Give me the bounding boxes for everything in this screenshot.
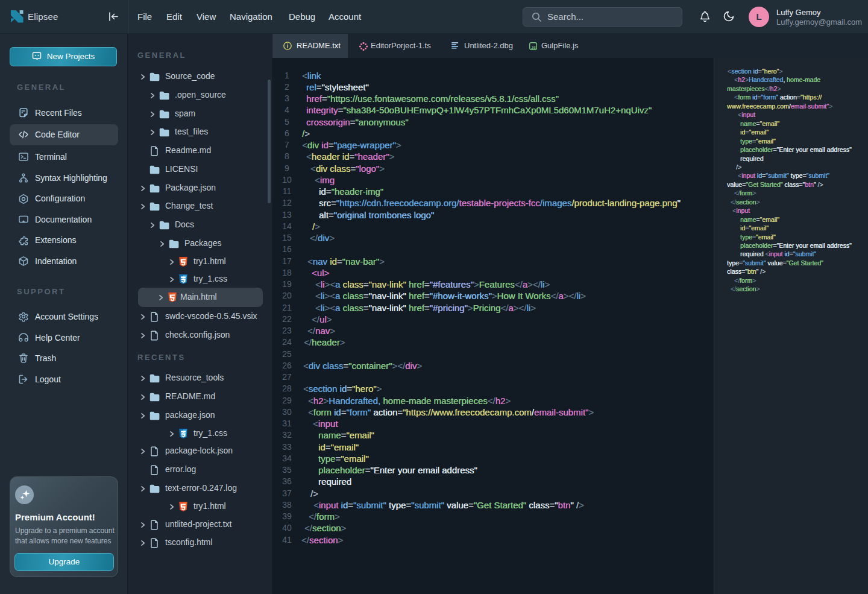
svg-text:JS: JS bbox=[531, 45, 536, 49]
